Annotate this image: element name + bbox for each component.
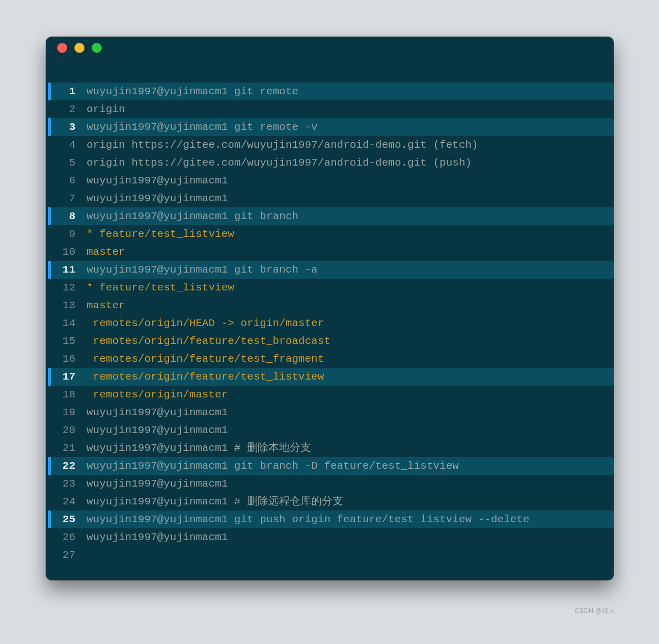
- code-line[interactable]: 22wuyujin1997@yujinmacm1 git branch -D f…: [46, 457, 614, 475]
- line-text: wuyujin1997@yujinmacm1 # 删除远程仓库的分支: [87, 493, 614, 511]
- code-line[interactable]: 12* feature/test_listview: [46, 279, 614, 297]
- line-text: master: [87, 243, 614, 261]
- code-area[interactable]: 1wuyujin1997@yujinmacm1 git remote2origi…: [46, 59, 614, 580]
- line-number: 4: [51, 136, 79, 154]
- code-line[interactable]: 14 remotes/origin/HEAD -> origin/master: [46, 314, 614, 332]
- line-text: wuyujin1997@yujinmacm1: [87, 421, 614, 439]
- line-number: 5: [51, 154, 79, 172]
- line-number: 27: [51, 546, 79, 564]
- line-number: 6: [51, 172, 79, 190]
- line-text: * feature/test_listview: [87, 225, 614, 243]
- code-line[interactable]: 19wuyujin1997@yujinmacm1: [46, 404, 614, 421]
- line-number: 20: [51, 421, 79, 439]
- line-text: wuyujin1997@yujinmacm1: [87, 475, 614, 493]
- code-line[interactable]: 23wuyujin1997@yujinmacm1: [46, 475, 614, 493]
- line-text: wuyujin1997@yujinmacm1 git branch -a: [87, 261, 614, 279]
- line-number: 7: [51, 190, 79, 207]
- line-text: wuyujin1997@yujinmacm1 git remote -v: [87, 118, 614, 136]
- code-line[interactable]: 15 remotes/origin/feature/test_broadcast: [46, 332, 614, 350]
- line-number: 3: [51, 118, 79, 136]
- code-line[interactable]: 1wuyujin1997@yujinmacm1 git remote: [46, 83, 614, 100]
- line-number: 22: [51, 457, 79, 475]
- code-line[interactable]: 20wuyujin1997@yujinmacm1: [46, 421, 614, 439]
- terminal-window: 1wuyujin1997@yujinmacm1 git remote2origi…: [46, 37, 614, 580]
- code-line[interactable]: 2origin: [46, 100, 614, 118]
- window-close-button[interactable]: [57, 43, 67, 53]
- line-number: 2: [51, 100, 79, 118]
- line-number: 11: [51, 261, 79, 279]
- titlebar: [46, 37, 614, 59]
- line-number: 17: [51, 368, 79, 386]
- line-text: wuyujin1997@yujinmacm1 git push origin f…: [87, 511, 614, 528]
- line-number: 23: [51, 475, 79, 493]
- code-line[interactable]: 18 remotes/origin/master: [46, 386, 614, 404]
- line-text: [87, 546, 614, 564]
- code-line[interactable]: 16 remotes/origin/feature/test_fragment: [46, 350, 614, 368]
- line-text: wuyujin1997@yujinmacm1 git branch: [87, 207, 614, 225]
- window-zoom-button[interactable]: [92, 43, 102, 53]
- line-text: wuyujin1997@yujinmacm1 # 删除本地分支: [87, 439, 614, 457]
- line-text: wuyujin1997@yujinmacm1 git branch -D fea…: [87, 457, 614, 475]
- code-line[interactable]: 7wuyujin1997@yujinmacm1: [46, 190, 614, 207]
- line-text: * feature/test_listview: [87, 279, 614, 297]
- code-line[interactable]: 8wuyujin1997@yujinmacm1 git branch: [46, 207, 614, 225]
- code-line[interactable]: 17 remotes/origin/feature/test_listview: [46, 368, 614, 386]
- code-line[interactable]: 13master: [46, 297, 614, 314]
- line-number: 8: [51, 207, 79, 225]
- code-line[interactable]: 10master: [46, 243, 614, 261]
- line-number: 18: [51, 386, 79, 404]
- line-number: 1: [51, 83, 79, 100]
- code-line[interactable]: 4origin https://gitee.com/wuyujin1997/an…: [46, 136, 614, 154]
- line-number: 25: [51, 511, 79, 528]
- code-line[interactable]: 11wuyujin1997@yujinmacm1 git branch -a: [46, 261, 614, 279]
- line-text: remotes/origin/feature/test_listview: [87, 368, 614, 386]
- line-text: wuyujin1997@yujinmacm1: [87, 404, 614, 421]
- line-text: wuyujin1997@yujinmacm1: [87, 190, 614, 207]
- line-number: 15: [51, 332, 79, 350]
- line-text: remotes/origin/HEAD -> origin/master: [87, 314, 614, 332]
- line-number: 26: [51, 528, 79, 546]
- line-number: 9: [51, 225, 79, 243]
- line-number: 14: [51, 314, 79, 332]
- line-text: origin https://gitee.com/wuyujin1997/and…: [87, 136, 614, 154]
- code-line[interactable]: 25wuyujin1997@yujinmacm1 git push origin…: [46, 511, 614, 528]
- code-line[interactable]: 5origin https://gitee.com/wuyujin1997/an…: [46, 154, 614, 172]
- line-number: 24: [51, 493, 79, 511]
- line-number: 21: [51, 439, 79, 457]
- line-number: 13: [51, 297, 79, 314]
- code-line[interactable]: 6wuyujin1997@yujinmacm1: [46, 172, 614, 190]
- line-number: 12: [51, 279, 79, 297]
- code-line[interactable]: 3wuyujin1997@yujinmacm1 git remote -v: [46, 118, 614, 136]
- code-line[interactable]: 24wuyujin1997@yujinmacm1 # 删除远程仓库的分支: [46, 493, 614, 511]
- line-text: remotes/origin/master: [87, 386, 614, 404]
- line-text: remotes/origin/feature/test_fragment: [87, 350, 614, 368]
- line-text: master: [87, 297, 614, 314]
- code-line[interactable]: 9* feature/test_listview: [46, 225, 614, 243]
- line-number: 16: [51, 350, 79, 368]
- line-text: wuyujin1997@yujinmacm1: [87, 528, 614, 546]
- code-line[interactable]: 26wuyujin1997@yujinmacm1: [46, 528, 614, 546]
- line-number: 19: [51, 404, 79, 421]
- line-text: remotes/origin/feature/test_broadcast: [87, 332, 614, 350]
- line-text: wuyujin1997@yujinmacm1: [87, 172, 614, 190]
- line-number: 10: [51, 243, 79, 261]
- code-line[interactable]: 27: [46, 546, 614, 564]
- line-text: wuyujin1997@yujinmacm1 git remote: [87, 83, 614, 100]
- window-minimize-button[interactable]: [74, 43, 85, 53]
- watermark: CSDN @锦天: [574, 606, 615, 615]
- line-text: origin https://gitee.com/wuyujin1997/and…: [87, 154, 614, 172]
- line-text: origin: [87, 100, 614, 118]
- code-line[interactable]: 21wuyujin1997@yujinmacm1 # 删除本地分支: [46, 439, 614, 457]
